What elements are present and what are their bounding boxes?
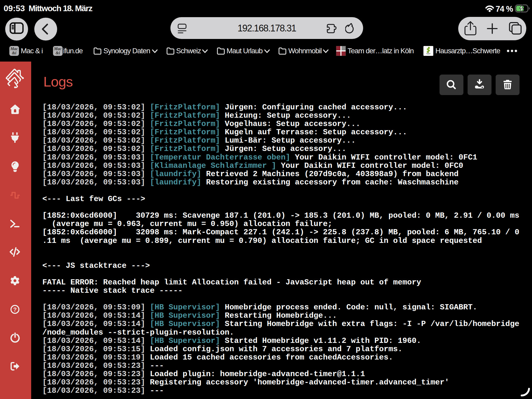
svg-text:?: ? <box>13 306 17 313</box>
